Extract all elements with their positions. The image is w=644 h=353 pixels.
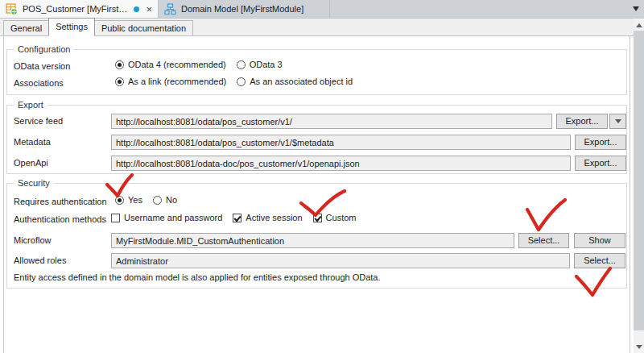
service-feed-export-button[interactable]: Export... <box>556 114 608 129</box>
tab-overflow-dropdown-icon[interactable] <box>633 6 639 11</box>
allowed-roles-field[interactable]: Administrator <box>111 253 570 268</box>
openapi-label: OpenApi <box>14 158 48 168</box>
scroll-up-icon[interactable] <box>634 20 644 31</box>
service-feed-label: Service feed <box>14 116 63 126</box>
microflow-field[interactable]: MyFirstModule.MID_CustomAuthentication <box>111 233 514 248</box>
document-tab-strip: POS_Customer [MyFirstModule] × Domain Mo… <box>0 0 644 19</box>
microflow-show-button[interactable]: Show <box>574 233 625 248</box>
checkbox-active-session[interactable] <box>233 214 242 222</box>
radio-requires-auth-yes[interactable] <box>115 196 124 205</box>
group-title: Export <box>14 100 47 110</box>
radio-as-a-link[interactable] <box>115 77 124 86</box>
tab-public-documentation[interactable]: Public documentation <box>94 20 193 35</box>
close-icon[interactable]: × <box>146 4 152 15</box>
metadata-url-field[interactable]: http://localhost:8081/odata/pos_customer… <box>111 135 571 150</box>
service-feed-url-field[interactable]: http://localhost:8081/odata/pos_customer… <box>111 114 552 129</box>
modified-indicator-dot <box>134 6 139 12</box>
allowed-roles-select-button[interactable]: Select... <box>574 253 625 268</box>
checkbox-custom-label: Custom <box>326 213 357 222</box>
vertical-scrollbar[interactable] <box>634 19 644 353</box>
radio-as-a-link-label: As a link (recommended) <box>128 77 226 86</box>
microflow-select-button[interactable]: Select... <box>518 233 569 248</box>
service-feed-export-dropdown-button[interactable] <box>609 114 626 129</box>
document-tab-label: Domain Model [MyFirstModule] <box>181 4 303 14</box>
group-title: Configuration <box>14 44 74 54</box>
metadata-export-button[interactable]: Export... <box>575 135 626 150</box>
radio-odata3-label: OData 3 <box>250 60 283 69</box>
openapi-url-field[interactable]: http://localhost:8081/odata-doc/pos_cust… <box>111 156 571 171</box>
document-tab-label: POS_Customer [MyFirstModule] <box>23 4 128 14</box>
security-group: Security Requires authentication Yes No … <box>6 183 627 289</box>
microflow-label: Microflow <box>14 235 51 245</box>
domain-model-icon <box>164 3 176 15</box>
openapi-export-button[interactable]: Export... <box>575 156 626 171</box>
checkbox-username-password[interactable] <box>111 214 120 222</box>
configuration-group: Configuration OData version OData 4 (rec… <box>6 49 627 95</box>
document-tab-domain-model[interactable]: Domain Model [MyFirstModule] <box>159 0 330 18</box>
allowed-roles-label: Allowed roles <box>14 255 66 265</box>
radio-associated-object-id[interactable] <box>237 77 246 86</box>
entity-access-note: Entity access defined in the domain mode… <box>14 272 381 282</box>
radio-odata3[interactable] <box>237 60 246 69</box>
metadata-label: Metadata <box>14 137 51 147</box>
published-odata-service-icon <box>6 3 18 15</box>
scrollbar-thumb[interactable] <box>634 31 644 330</box>
requires-authentication-label: Requires authentication <box>14 197 107 206</box>
export-group: Export Service feed http://localhost:808… <box>6 105 627 174</box>
scroll-down-icon[interactable] <box>634 342 644 352</box>
checkbox-active-session-label: Active session <box>246 213 302 222</box>
authentication-methods-label: Authentication methods <box>14 214 106 224</box>
radio-requires-auth-yes-label: Yes <box>128 195 142 205</box>
radio-associated-object-id-label: As an associated object id <box>250 77 353 86</box>
checkbox-custom[interactable] <box>313 214 322 222</box>
tab-general[interactable]: General <box>3 20 49 35</box>
settings-panel: Configuration OData version OData 4 (rec… <box>3 36 630 353</box>
radio-odata4-label: OData 4 (recommended) <box>128 60 226 69</box>
document-tab-pos-customer[interactable]: POS_Customer [MyFirstModule] × <box>0 0 159 18</box>
odata-version-label: OData version <box>14 61 70 71</box>
associations-label: Associations <box>14 78 64 88</box>
radio-requires-auth-no[interactable] <box>153 196 162 205</box>
tab-settings[interactable]: Settings <box>48 18 95 36</box>
group-title: Security <box>14 178 54 188</box>
radio-odata4[interactable] <box>115 60 124 69</box>
checkbox-username-password-label: Username and password <box>124 213 222 222</box>
page-tab-bar: General Settings Public documentation <box>0 19 634 36</box>
radio-requires-auth-no-label: No <box>166 195 177 205</box>
chevron-down-icon <box>615 119 621 123</box>
